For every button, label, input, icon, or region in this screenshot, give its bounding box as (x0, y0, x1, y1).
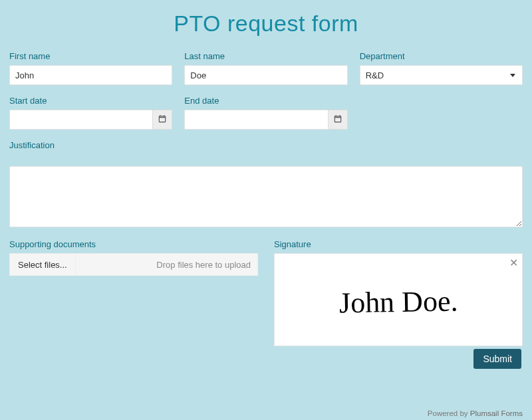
select-files-button[interactable]: Select files... (10, 254, 76, 275)
last-name-field: Last name (184, 51, 347, 85)
signature-label: Signature (274, 239, 523, 249)
signature-value: John Doe. (338, 286, 458, 318)
footer: Powered by Plumsail Forms (428, 409, 523, 417)
department-field: Department R&D (360, 51, 523, 85)
calendar-icon (333, 114, 342, 126)
justification-textarea[interactable] (9, 166, 523, 227)
start-date-field: Start date (9, 96, 172, 130)
row-name-dept: First name Last name Department R&D (9, 51, 523, 85)
department-label: Department (360, 51, 523, 61)
start-date-input[interactable] (9, 110, 152, 130)
department-select[interactable]: R&D (360, 65, 523, 85)
row-dates: Start date End date (9, 96, 523, 130)
documents-label: Supporting documents (9, 239, 258, 249)
last-name-label: Last name (184, 51, 347, 61)
file-dropzone[interactable]: Select files... Drop files here to uploa… (9, 253, 258, 276)
documents-field: Supporting documents Select files... Dro… (9, 239, 258, 346)
last-name-input[interactable] (184, 65, 347, 85)
signature-pad[interactable]: ✕ John Doe. (274, 253, 523, 346)
footer-link[interactable]: Plumsail Forms (470, 409, 523, 417)
page-title: PTO request form (9, 11, 523, 37)
footer-prefix: Powered by (428, 409, 470, 417)
form-container: PTO request form First name Last name De… (0, 0, 532, 369)
first-name-field: First name (9, 51, 172, 85)
end-date-input[interactable] (184, 110, 327, 130)
signature-field: Signature ✕ John Doe. (274, 239, 523, 346)
first-name-input[interactable] (9, 65, 172, 85)
justification-label: Justification (9, 140, 523, 150)
justification-field: Justification (9, 140, 523, 227)
calendar-icon (158, 114, 167, 126)
start-date-picker-button[interactable] (152, 110, 172, 130)
end-date-field: End date (184, 96, 347, 130)
end-date-label: End date (184, 96, 347, 106)
upload-hint: Drop files here to upload (156, 260, 257, 270)
end-date-picker-button[interactable] (328, 110, 348, 130)
submit-button[interactable]: Submit (473, 349, 521, 369)
row-docs-signature: Supporting documents Select files... Dro… (9, 239, 523, 346)
department-selected: R&D (366, 70, 384, 80)
chevron-down-icon (510, 74, 515, 77)
first-name-label: First name (9, 51, 172, 61)
submit-row: Submit (9, 349, 523, 369)
start-date-label: Start date (9, 96, 172, 106)
close-icon[interactable]: ✕ (509, 258, 518, 268)
